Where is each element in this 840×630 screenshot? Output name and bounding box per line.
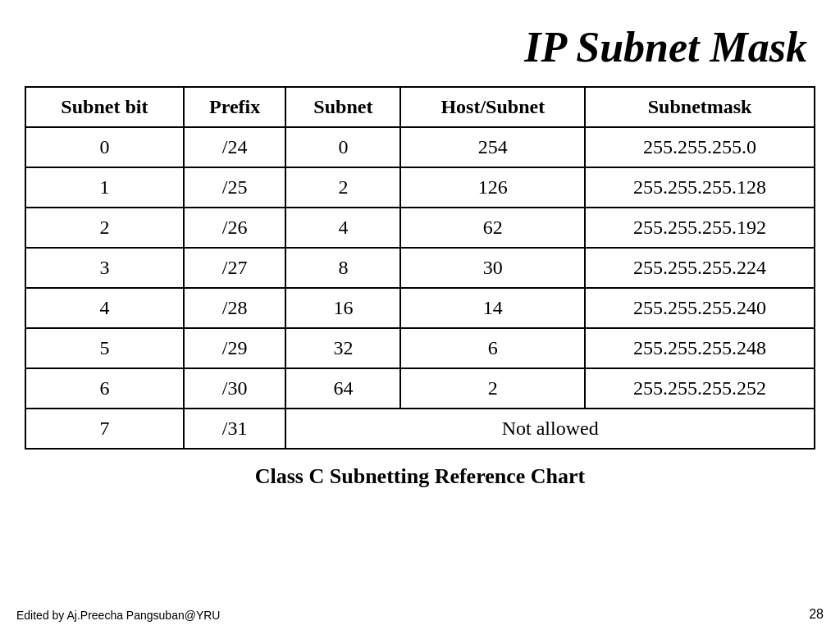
col-header-host-subnet: Host/Subnet <box>400 87 585 127</box>
cell-subnet: 4 <box>285 208 400 248</box>
cell-subnetmask: 255.255.255.128 <box>585 167 815 208</box>
table-row: 0/240254255.255.255.0 <box>25 127 815 167</box>
cell-subnet-bit: 3 <box>25 248 184 288</box>
cell-subnet-bit: 2 <box>25 208 184 248</box>
table-row: 6/30642255.255.255.252 <box>25 368 815 409</box>
table-row: 1/252126255.255.255.128 <box>25 167 815 208</box>
table-row: 4/281614255.255.255.240 <box>25 288 815 328</box>
cell-subnet: 0 <box>285 127 400 167</box>
subnet-table: Subnet bit Prefix Subnet Host/Subnet Sub… <box>25 86 815 450</box>
cell-host-subnet: 254 <box>400 127 585 167</box>
cell-host-subnet: 62 <box>400 208 585 248</box>
page-title: IP Subnet Mask <box>0 0 840 86</box>
page-number: 28 <box>809 607 824 622</box>
cell-subnetmask: 255.255.255.248 <box>585 328 815 368</box>
cell-subnetmask: 255.255.255.252 <box>585 368 815 409</box>
cell-subnet: 2 <box>285 167 400 208</box>
cell-subnet-bit: 0 <box>25 127 184 167</box>
cell-subnet: 8 <box>285 248 400 288</box>
cell-subnetmask: 255.255.255.192 <box>585 208 815 248</box>
table-header-row: Subnet bit Prefix Subnet Host/Subnet Sub… <box>25 87 815 127</box>
cell-prefix: /24 <box>184 127 286 167</box>
cell-prefix: /29 <box>184 328 286 368</box>
col-header-subnetmask: Subnetmask <box>585 87 815 127</box>
cell-prefix: /31 <box>184 409 286 449</box>
cell-subnet: 64 <box>285 368 400 409</box>
cell-subnet-bit: 1 <box>25 167 184 208</box>
cell-prefix: /28 <box>184 288 286 328</box>
cell-subnet-bit: 5 <box>25 328 184 368</box>
cell-subnet: 32 <box>285 328 400 368</box>
cell-subnetmask: 255.255.255.0 <box>585 127 815 167</box>
table-row: 3/27830255.255.255.224 <box>25 248 815 288</box>
cell-not-allowed: Not allowed <box>285 409 815 449</box>
cell-prefix: /27 <box>184 248 286 288</box>
cell-subnetmask: 255.255.255.224 <box>585 248 815 288</box>
cell-prefix: /30 <box>184 368 286 409</box>
cell-subnet-bit: 6 <box>25 368 184 409</box>
cell-host-subnet: 14 <box>400 288 585 328</box>
table-row: 2/26462255.255.255.192 <box>25 208 815 248</box>
cell-subnet-bit: 7 <box>25 409 184 449</box>
cell-host-subnet: 30 <box>400 248 585 288</box>
col-header-subnet: Subnet <box>285 87 400 127</box>
cell-subnetmask: 255.255.255.240 <box>585 288 815 328</box>
cell-prefix: /26 <box>184 208 286 248</box>
table-row: 7/31Not allowed <box>25 409 815 449</box>
table-container: Subnet bit Prefix Subnet Host/Subnet Sub… <box>0 86 840 450</box>
cell-prefix: /25 <box>184 167 286 208</box>
cell-subnet-bit: 4 <box>25 288 184 328</box>
col-header-subnet-bit: Subnet bit <box>25 87 184 127</box>
col-header-prefix: Prefix <box>184 87 286 127</box>
footer-credit: Edited by Aj.Preecha Pangsuban@YRU <box>16 609 220 622</box>
cell-host-subnet: 2 <box>400 368 585 409</box>
cell-host-subnet: 6 <box>400 328 585 368</box>
cell-subnet: 16 <box>285 288 400 328</box>
table-row: 5/29326255.255.255.248 <box>25 328 815 368</box>
cell-host-subnet: 126 <box>400 167 585 208</box>
table-caption: Class C Subnetting Reference Chart <box>0 450 840 497</box>
